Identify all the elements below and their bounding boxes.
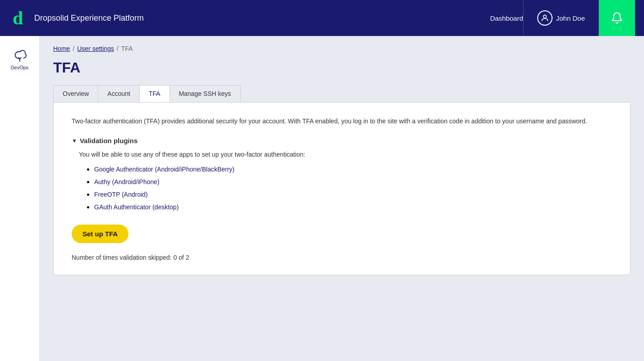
validation-plugins-toggle[interactable]: ▼ Validation plugins	[72, 137, 612, 144]
brand: d Dropsolid Experience Platform	[9, 8, 490, 28]
collapse-triangle-icon: ▼	[72, 138, 77, 144]
svg-text:d: d	[13, 8, 23, 28]
breadcrumb-sep-2: /	[117, 45, 119, 52]
user-avatar-icon	[537, 10, 553, 26]
skip-count: Number of times validation skipped: 0 of…	[72, 254, 612, 261]
list-item: Google Authenticator (Android/iPhone/Bla…	[94, 165, 612, 173]
user-menu[interactable]: John Doe	[523, 0, 599, 36]
tab-manage-ssh-keys[interactable]: Manage SSH keys	[169, 85, 241, 102]
breadcrumb-user-settings[interactable]: User settings	[77, 45, 114, 52]
list-item: Authy (Android/iPhone)	[94, 178, 612, 186]
tab-tfa[interactable]: TFA	[139, 85, 170, 102]
svg-point-1	[543, 15, 546, 18]
setup-tfa-button[interactable]: Set up TFA	[72, 225, 128, 243]
page-layout: DevOps Home / User settings / TFA TFA Ov…	[0, 36, 644, 361]
tfa-description: Two-factor authentication (TFA) provides…	[72, 116, 612, 126]
plugin-intro: You will be able to use any of these app…	[79, 151, 612, 158]
page-title: TFA	[53, 59, 630, 76]
tab-bar: Overview Account TFA Manage SSH keys	[53, 85, 630, 102]
breadcrumb-sep-1: /	[73, 45, 74, 52]
notifications-bell[interactable]	[599, 0, 635, 36]
plugin-freeotp[interactable]: FreeOTP (Android)	[94, 191, 148, 198]
plugin-list: Google Authenticator (Android/iPhone/Bla…	[72, 165, 612, 211]
plugin-gauth[interactable]: GAuth Authenticator (desktop)	[94, 203, 179, 211]
tab-account[interactable]: Account	[98, 85, 140, 102]
validation-plugins-title: Validation plugins	[80, 137, 137, 144]
tab-overview[interactable]: Overview	[53, 85, 98, 102]
brand-name: Dropsolid Experience Platform	[34, 14, 144, 23]
dashboard-link[interactable]: Dashboard	[490, 14, 523, 22]
breadcrumb-current: TFA	[121, 45, 133, 52]
breadcrumb-home[interactable]: Home	[53, 45, 70, 52]
sidebar-devops-label: DevOps	[11, 65, 29, 70]
content-card: Two-factor authentication (TFA) provides…	[53, 102, 630, 275]
top-navigation: d Dropsolid Experience Platform Dashboar…	[0, 0, 644, 36]
list-item: FreeOTP (Android)	[94, 190, 612, 199]
sidebar-item-devops[interactable]: DevOps	[6, 45, 33, 75]
breadcrumb: Home / User settings / TFA	[53, 45, 630, 52]
sidebar: DevOps	[0, 36, 40, 361]
user-name: John Doe	[556, 14, 585, 22]
plugin-authy[interactable]: Authy (Android/iPhone)	[94, 178, 160, 185]
brand-logo[interactable]: d	[9, 8, 29, 28]
list-item: GAuth Authenticator (desktop)	[94, 203, 612, 211]
plugin-google-auth[interactable]: Google Authenticator (Android/iPhone/Bla…	[94, 166, 234, 173]
main-content: Home / User settings / TFA TFA Overview …	[40, 36, 644, 361]
